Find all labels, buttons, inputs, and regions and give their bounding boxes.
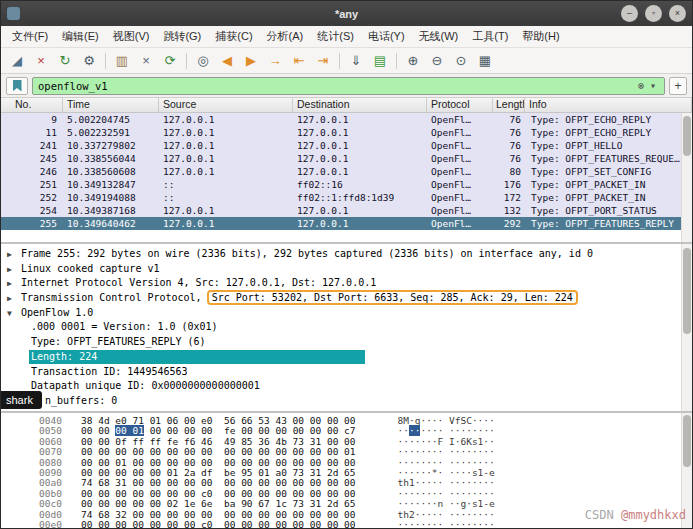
expand-arrow-icon[interactable]: ▶ [7, 277, 21, 292]
maximize-button[interactable]: ▫ [645, 5, 662, 22]
window-titlebar[interactable]: *any – ▫ × [1, 1, 692, 26]
cell-info: Type: OFPT_SET_CONFIG [525, 165, 692, 178]
filter-add-button[interactable]: + [669, 77, 687, 95]
menu-bar: 文件(F)编辑(E)视图(V)跳转(G)捕获(C)分析(A)统计(S)电话(Y)… [1, 26, 692, 48]
cell-dst: 127.0.0.1 [293, 126, 427, 139]
detail-line[interactable]: n_buffers: 0 [1, 394, 692, 409]
cell-src: :: [159, 178, 293, 191]
toolbar-separator [396, 53, 397, 69]
column-header-time[interactable]: Time [63, 98, 159, 112]
packet-row[interactable]: 25210.349194088::ff02::1:ffd8:1d39OpenFl… [1, 191, 692, 204]
menu-item[interactable]: 工具(T) [465, 26, 515, 47]
column-header-no[interactable]: No. [1, 98, 63, 112]
open-file-icon[interactable]: ▥ [110, 50, 134, 72]
close-file-icon[interactable]: × [134, 50, 158, 72]
filter-clear-icon[interactable]: ⊗ [635, 80, 647, 91]
main-toolbar: ◢×↻⚙▥×⟳◎◀▶→⇤⇥⇓▤⊕⊖⊙▦ [1, 48, 692, 74]
cell-no: 245 [1, 152, 63, 165]
zoom-out-icon[interactable]: ⊖ [425, 50, 449, 72]
detail-line[interactable]: ▼OpenFlow 1.0 [1, 306, 692, 321]
detail-text: Type: OFPT_FEATURES_REPLY (6) [31, 336, 206, 347]
scrollbar-thumb[interactable] [683, 116, 691, 156]
column-header-protocol[interactable]: Protocol [427, 98, 493, 112]
detail-line[interactable]: ▶Frame 255: 292 bytes on wire (2336 bits… [1, 247, 692, 262]
cell-len: 172 [493, 191, 525, 204]
packet-list-scrollbar[interactable] [681, 113, 692, 242]
find-packet-icon[interactable]: ◎ [191, 50, 215, 72]
go-forward-icon[interactable]: ▶ [239, 50, 263, 72]
cell-time: 10.338556044 [63, 152, 159, 165]
scrollbar-thumb[interactable] [683, 415, 691, 467]
details-scrollbar[interactable] [681, 244, 692, 411]
column-header-length[interactable]: Length [493, 98, 525, 112]
go-first-icon[interactable]: ⇤ [287, 50, 311, 72]
menu-item[interactable]: 编辑(E) [55, 26, 106, 47]
hex-bytes: 00 00 00 00 00 02 1e 6e ba 90 67 1c 73 3… [81, 499, 356, 509]
packet-row[interactable]: 95.002204745127.0.0.1127.0.0.1OpenFl…76T… [1, 113, 692, 126]
detail-line[interactable]: .000 0001 = Version: 1.0 (0x01) [1, 320, 692, 335]
cell-info: Type: OFPT_ECHO_REPLY [525, 113, 692, 126]
cell-len: 76 [493, 139, 525, 152]
packet-row[interactable]: 25410.349387168127.0.0.1127.0.0.1OpenFl…… [1, 204, 692, 217]
cell-src: 127.0.0.1 [159, 217, 293, 230]
packet-row[interactable]: 25110.349132847::ff02::16OpenFl…176Type:… [1, 178, 692, 191]
menu-item[interactable]: 帮助(H) [515, 26, 566, 47]
collapse-arrow-icon[interactable]: ▼ [7, 307, 21, 322]
window-tooltip: shark [1, 391, 42, 409]
detail-line[interactable]: ▶Transmission Control Protocol, Src Port… [1, 291, 692, 306]
column-header-destination[interactable]: Destination [293, 98, 427, 112]
menu-item[interactable]: 捕获(C) [208, 26, 259, 47]
go-to-packet-icon[interactable]: → [263, 50, 287, 72]
hex-row[interactable]: 007000 00 00 00 00 00 00 00 00 00 00 00 … [1, 447, 692, 457]
menu-item[interactable]: 电话(Y) [361, 26, 412, 47]
packet-row[interactable]: 25510.349640462127.0.0.1127.0.0.1OpenFl…… [1, 217, 692, 230]
detail-line[interactable]: Type: OFPT_FEATURES_REPLY (6) [1, 335, 692, 350]
filter-bookmark-button[interactable] [6, 77, 28, 95]
detail-line[interactable]: Datapath unique ID: 0x0000000000000001 [1, 379, 692, 394]
menu-item[interactable]: 视图(V) [106, 26, 157, 47]
reload-icon[interactable]: ⟳ [158, 50, 182, 72]
go-last-icon[interactable]: ⇥ [311, 50, 335, 72]
column-header-info[interactable]: Info [525, 98, 692, 112]
capture-start-icon[interactable]: ◢ [5, 50, 29, 72]
cell-dst: ff02::16 [293, 178, 427, 191]
menu-item[interactable]: 文件(F) [5, 26, 55, 47]
autoscroll-icon[interactable]: ⇓ [344, 50, 368, 72]
cell-dst: 127.0.0.1 [293, 152, 427, 165]
packet-details-pane: ▶Frame 255: 292 bytes on wire (2336 bits… [1, 242, 692, 411]
display-filter-input[interactable]: openflow_v1 ⊗ ▾ [32, 77, 665, 95]
scrollbar-thumb[interactable] [683, 248, 691, 334]
menu-item[interactable]: 统计(S) [310, 26, 361, 47]
detail-line[interactable]: Transaction ID: 1449546563 [1, 365, 692, 380]
menu-item[interactable]: 跳转(G) [156, 26, 208, 47]
watermark: CSDN @mmydhkxd [585, 508, 686, 522]
resize-columns-icon[interactable]: ▦ [473, 50, 497, 72]
capture-options-icon[interactable]: ⚙ [77, 50, 101, 72]
menu-item[interactable]: 无线(W) [412, 26, 466, 47]
minimize-button[interactable]: – [621, 5, 638, 22]
close-button[interactable]: × [669, 5, 686, 22]
colorize-icon[interactable]: ▤ [368, 50, 392, 72]
go-back-icon[interactable]: ◀ [215, 50, 239, 72]
capture-restart-icon[interactable]: ↻ [53, 50, 77, 72]
packet-row[interactable]: 24510.338556044127.0.0.1127.0.0.1OpenFl…… [1, 152, 692, 165]
zoom-reset-icon[interactable]: ⊙ [449, 50, 473, 72]
detail-line[interactable]: ▶Internet Protocol Version 4, Src: 127.0… [1, 276, 692, 291]
expand-arrow-icon[interactable]: ▶ [7, 292, 21, 307]
cell-no: 254 [1, 204, 63, 217]
detail-line[interactable]: Length: 224 [1, 350, 692, 365]
packet-row[interactable]: 24610.338560608127.0.0.1127.0.0.1OpenFl…… [1, 165, 692, 178]
packet-row[interactable]: 24110.337279802127.0.0.1127.0.0.1OpenFl…… [1, 139, 692, 152]
menu-item[interactable]: 分析(A) [260, 26, 311, 47]
packet-row[interactable]: 115.002232591127.0.0.1127.0.0.1OpenFl…76… [1, 126, 692, 139]
detail-line[interactable]: ▶Linux cooked capture v1 [1, 262, 692, 277]
capture-stop-icon[interactable]: × [29, 50, 53, 72]
expand-arrow-icon[interactable]: ▶ [7, 263, 21, 278]
cell-time: 5.002232591 [63, 126, 159, 139]
filter-dropdown-icon[interactable]: ▾ [647, 80, 659, 91]
expand-arrow-icon[interactable]: ▶ [7, 248, 21, 263]
detail-text: Datapath unique ID: 0x0000000000000001 [31, 380, 260, 391]
cell-info: Type: OFPT_HELLO [525, 139, 692, 152]
zoom-in-icon[interactable]: ⊕ [401, 50, 425, 72]
column-header-source[interactable]: Source [159, 98, 293, 112]
